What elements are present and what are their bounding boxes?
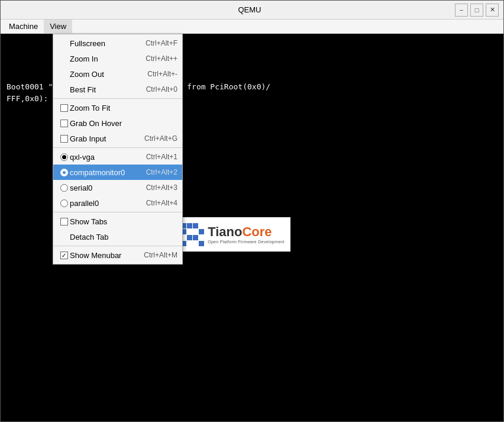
logo-subtext: Open Platform Firmware Development bbox=[208, 240, 285, 244]
serial0-shortcut: Ctrl+Alt+3 bbox=[134, 183, 177, 192]
zoom-out-shortcut: Ctrl+Alt+- bbox=[135, 70, 177, 78]
dropdown-item-zoom-out[interactable]: Zoom Out Ctrl+Alt+- bbox=[53, 66, 182, 82]
logo-cell bbox=[187, 229, 192, 234]
fullscreen-label: Fullscreen bbox=[70, 39, 105, 48]
serial0-label: serial0 bbox=[70, 183, 92, 192]
dropdown-item-grab-on-hover[interactable]: Grab On Hover bbox=[53, 115, 182, 131]
zoom-to-fit-label: Zoom To Fit bbox=[70, 104, 110, 112]
dropdown-item-compatmonitor0[interactable]: compatmonitor0 Ctrl+Alt+2 bbox=[53, 165, 182, 180]
show-tabs-checkbox bbox=[60, 218, 68, 226]
qxl-vga-label: qxl-vga bbox=[70, 153, 95, 162]
separator-1 bbox=[53, 98, 182, 99]
parallel0-radio bbox=[60, 199, 68, 207]
zoom-to-fit-checkbox bbox=[60, 104, 68, 112]
grab-on-hover-check bbox=[58, 120, 70, 127]
logo-cell bbox=[193, 241, 198, 246]
view-dropdown: Fullscreen Ctrl+Alt+F Zoom In Ctrl+Alt++… bbox=[53, 34, 183, 265]
zoom-in-label: Zoom In bbox=[70, 54, 98, 63]
qemu-window: QEMU − □ ✕ Machine View Fullscreen Ctrl+… bbox=[0, 0, 504, 422]
detach-tab-label: Detach Tab bbox=[70, 233, 109, 241]
dropdown-item-grab-input[interactable]: Grab Input Ctrl+Alt+G bbox=[53, 131, 182, 146]
logo-cell bbox=[187, 235, 192, 240]
parallel0-label: parallel0 bbox=[70, 199, 99, 208]
compatmonitor0-shortcut: Ctrl+Alt+2 bbox=[134, 168, 177, 176]
dropdown-item-best-fit[interactable]: Best Fit Ctrl+Alt+0 bbox=[53, 82, 182, 97]
dropdown-item-fullscreen[interactable]: Fullscreen Ctrl+Alt+F bbox=[53, 36, 182, 51]
logo-grid-icon bbox=[181, 223, 204, 246]
show-menubar-checkbox bbox=[60, 252, 68, 259]
dropdown-item-show-menubar[interactable]: Show Menubar Ctrl+Alt+M bbox=[53, 247, 182, 263]
compatmonitor0-label: compatmonitor0 bbox=[70, 168, 125, 177]
window-title: QEMU bbox=[44, 5, 455, 14]
parallel0-shortcut: Ctrl+Alt+4 bbox=[134, 199, 177, 207]
logo-cell bbox=[199, 241, 204, 246]
compatmonitor0-radio bbox=[60, 169, 68, 176]
dropdown-item-detach-tab[interactable]: Detach Tab bbox=[53, 229, 182, 244]
logo-cell bbox=[199, 229, 204, 234]
logo-main-line: TianoCore bbox=[208, 226, 285, 239]
parallel0-radio-area bbox=[58, 199, 70, 207]
zoom-in-shortcut: Ctrl+Alt++ bbox=[134, 54, 177, 63]
separator-2 bbox=[53, 147, 182, 148]
dropdown-item-serial0[interactable]: serial0 Ctrl+Alt+3 bbox=[53, 180, 182, 195]
tianocore-logo: TianoCore Open Platform Firmware Develop… bbox=[175, 217, 290, 252]
close-button[interactable]: ✕ bbox=[486, 4, 499, 17]
title-bar-controls: − □ ✕ bbox=[455, 4, 499, 17]
logo-cell bbox=[187, 241, 192, 246]
title-bar: QEMU − □ ✕ bbox=[1, 1, 503, 20]
dropdown-item-zoom-to-fit[interactable]: Zoom To Fit bbox=[53, 100, 182, 115]
show-menubar-shortcut: Ctrl+Alt+M bbox=[132, 251, 177, 259]
grab-input-checkbox bbox=[60, 135, 68, 143]
logo-cell bbox=[199, 223, 204, 228]
qxl-vga-radio bbox=[60, 153, 68, 161]
menu-view[interactable]: View bbox=[44, 20, 72, 33]
serial0-radio bbox=[60, 184, 68, 192]
serial0-radio-area bbox=[58, 184, 70, 192]
separator-3 bbox=[53, 212, 182, 212]
logo-cell bbox=[193, 235, 198, 240]
logo-text: TianoCore Open Platform Firmware Develop… bbox=[208, 226, 285, 244]
best-fit-shortcut: Ctrl+Alt+0 bbox=[134, 85, 177, 94]
dropdown-item-show-tabs[interactable]: Show Tabs bbox=[53, 214, 182, 229]
show-menubar-check bbox=[58, 252, 70, 259]
maximize-button[interactable]: □ bbox=[470, 4, 483, 17]
logo-core: Core bbox=[242, 224, 272, 239]
logo-cell bbox=[193, 223, 198, 228]
qxl-vga-shortcut: Ctrl+Alt+1 bbox=[134, 153, 177, 161]
grab-on-hover-checkbox bbox=[60, 120, 68, 127]
show-tabs-label: Show Tabs bbox=[70, 217, 107, 226]
minimize-button[interactable]: − bbox=[455, 4, 468, 17]
menu-machine[interactable]: Machine bbox=[3, 20, 44, 33]
dropdown-item-qxl-vga[interactable]: qxl-vga Ctrl+Alt+1 bbox=[53, 149, 182, 165]
zoom-out-label: Zoom Out bbox=[70, 70, 104, 79]
show-tabs-check bbox=[58, 218, 70, 226]
compatmonitor0-radio-area bbox=[58, 169, 70, 176]
grab-on-hover-label: Grab On Hover bbox=[70, 119, 122, 128]
fullscreen-shortcut: Ctrl+Alt+F bbox=[134, 39, 177, 47]
grab-input-shortcut: Ctrl+Alt+G bbox=[133, 134, 177, 143]
show-menubar-label: Show Menubar bbox=[70, 251, 121, 260]
zoom-to-fit-check bbox=[58, 104, 70, 112]
logo-cell bbox=[187, 223, 192, 228]
dropdown-item-parallel0[interactable]: parallel0 Ctrl+Alt+4 bbox=[53, 195, 182, 211]
menu-bar: Machine View Fullscreen Ctrl+Alt+F Zoom … bbox=[1, 20, 503, 34]
grab-input-check bbox=[58, 135, 70, 143]
grab-input-label: Grab Input bbox=[70, 134, 106, 143]
separator-4 bbox=[53, 246, 182, 246]
logo-cell bbox=[199, 235, 204, 240]
logo-cell bbox=[193, 229, 198, 234]
best-fit-label: Best Fit bbox=[70, 85, 96, 94]
logo-tiano: Tiano bbox=[208, 224, 242, 239]
qxl-vga-radio-area bbox=[58, 153, 70, 161]
dropdown-item-zoom-in[interactable]: Zoom In Ctrl+Alt++ bbox=[53, 51, 182, 66]
